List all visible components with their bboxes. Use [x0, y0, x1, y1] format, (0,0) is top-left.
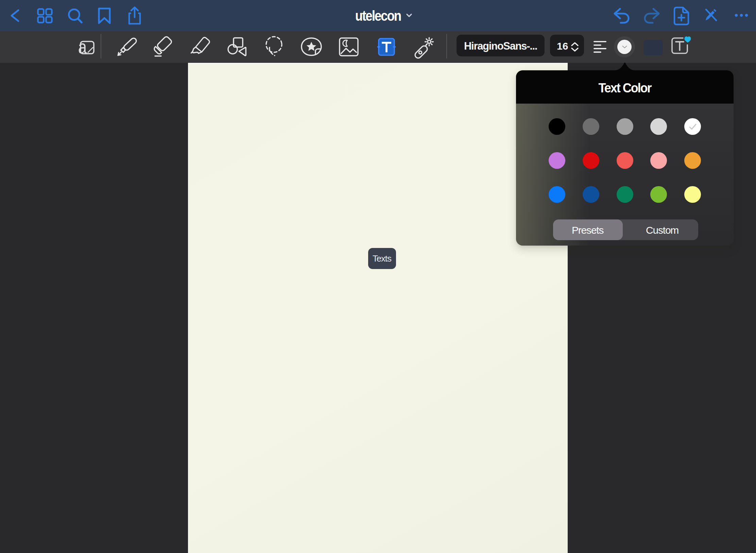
svg-text:a: a: [78, 36, 87, 57]
